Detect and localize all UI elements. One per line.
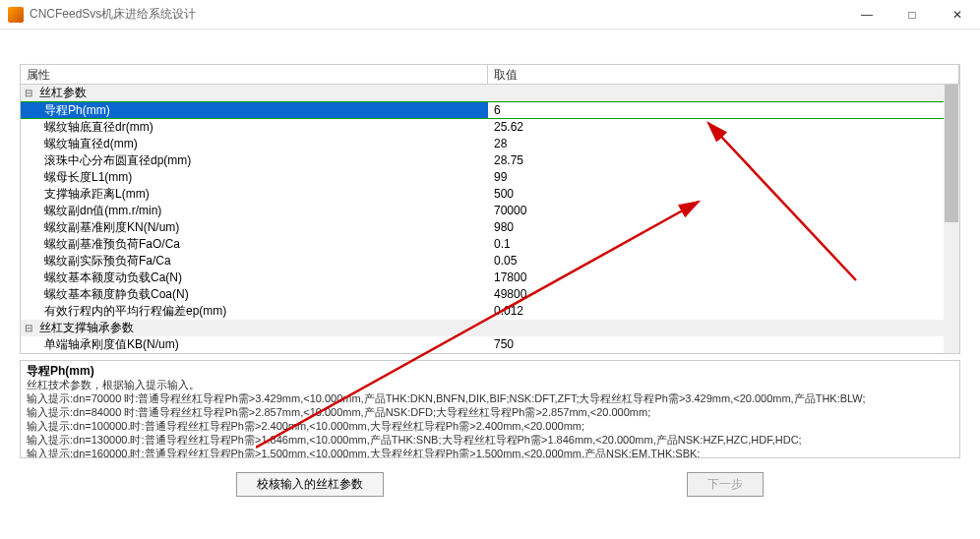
property-row[interactable]: 滚珠中心分布圆直径dp(mm)28.75: [21, 152, 959, 169]
help-line: 输入提示:dn=130000.时:普通导程丝杠导程Ph需>1.846mm,<10…: [27, 433, 953, 447]
grid-body: ⊟丝杠参数导程Ph(mm)6螺纹轴底直径dr(mm)25.62螺纹轴直径d(mm…: [21, 85, 959, 353]
property-name: 支撑轴承距离L(mm): [21, 186, 488, 203]
property-row[interactable]: 螺纹轴直径d(mm)28: [21, 136, 959, 152]
property-value[interactable]: 28.75: [488, 152, 959, 169]
property-row[interactable]: 螺母长度L1(mm)99: [21, 169, 959, 186]
property-row[interactable]: 导程Ph(mm)6: [21, 101, 959, 119]
close-button[interactable]: ✕: [935, 0, 980, 30]
property-value[interactable]: 49800: [488, 286, 959, 303]
next-button: 下一步: [687, 472, 764, 497]
property-value[interactable]: 750: [488, 336, 959, 353]
property-name: 导程Ph(mm): [21, 102, 488, 118]
property-name: 螺纹副基准预负荷FaO/Ca: [21, 236, 488, 253]
property-row[interactable]: 螺纹基本额度静负载Coa(N)49800: [21, 286, 959, 303]
help-line: 丝杠技术参数，根据输入提示输入。: [27, 378, 953, 391]
property-name: 单端轴承刚度值KB(N/um): [21, 336, 488, 353]
main-content: 属性 取值 ⊟丝杠参数导程Ph(mm)6螺纹轴底直径dr(mm)25.62螺纹轴…: [0, 30, 980, 507]
property-row[interactable]: 螺纹轴底直径dr(mm)25.62: [21, 119, 959, 136]
button-row: 校核输入的丝杠参数 下一步: [20, 472, 960, 497]
scrollbar-thumb[interactable]: [945, 85, 958, 222]
header-value: 取值: [488, 65, 959, 84]
category-value: [503, 320, 959, 336]
property-value[interactable]: 17800: [488, 270, 959, 286]
expand-toggle-icon[interactable]: ⊟: [21, 320, 35, 336]
help-line: 输入提示:dn=100000.时:普通导程丝杠导程Ph需>2.400mm,<10…: [27, 419, 953, 433]
help-line: 输入提示:dn=70000 时:普通导程丝杠导程Ph需>3.429mm,<10.…: [27, 391, 953, 405]
help-line: 输入提示:dn=160000.时:普通导程丝杠导程Ph需>1.500mm,<10…: [27, 447, 953, 458]
property-name: 滚珠中心分布圆直径dp(mm): [21, 152, 488, 169]
scrollbar[interactable]: [944, 85, 959, 353]
property-value[interactable]: 99: [488, 169, 959, 186]
property-row[interactable]: 单端轴承刚度值KB(N/um)750: [21, 336, 959, 353]
property-row[interactable]: 螺纹副基准预负荷FaO/Ca0.1: [21, 236, 959, 253]
category-row[interactable]: ⊟丝杠支撑轴承参数: [21, 320, 959, 336]
property-value[interactable]: 25.62: [488, 119, 959, 136]
property-value[interactable]: 0.05: [488, 253, 959, 270]
property-value[interactable]: 980: [488, 219, 959, 236]
property-name: 螺纹轴直径d(mm): [21, 136, 488, 152]
property-name: 螺纹副基准刚度KN(N/um): [21, 219, 488, 236]
verify-button[interactable]: 校核输入的丝杠参数: [236, 472, 384, 497]
property-row[interactable]: 螺纹副实际预负荷Fa/Ca0.05: [21, 253, 959, 270]
help-panel: 导程Ph(mm) 丝杠技术参数，根据输入提示输入。输入提示:dn=70000 时…: [20, 360, 960, 458]
property-name: 螺纹基本额度动负载Ca(N): [21, 270, 488, 286]
property-row[interactable]: 螺纹副dn值(mm.r/min)70000: [21, 203, 959, 219]
property-value[interactable]: 28: [488, 136, 959, 152]
category-label: 丝杠参数: [35, 85, 503, 101]
category-label: 丝杠支撑轴承参数: [35, 320, 503, 336]
property-row[interactable]: 螺纹副基准刚度KN(N/um)980: [21, 219, 959, 236]
category-row[interactable]: ⊟丝杠参数: [21, 85, 959, 101]
maximize-button[interactable]: □: [889, 0, 935, 30]
property-value[interactable]: 0.012: [488, 303, 959, 320]
property-grid: 属性 取值 ⊟丝杠参数导程Ph(mm)6螺纹轴底直径dr(mm)25.62螺纹轴…: [20, 64, 960, 354]
window-title: CNCFeedSvs机床进给系统设计: [30, 6, 196, 23]
property-value[interactable]: 0.1: [488, 236, 959, 253]
minimize-button[interactable]: —: [844, 0, 889, 30]
header-attribute: 属性: [21, 65, 488, 84]
titlebar: CNCFeedSvs机床进给系统设计 — □ ✕: [0, 0, 980, 30]
property-row[interactable]: 螺纹基本额度动负载Ca(N)17800: [21, 270, 959, 286]
app-icon: [8, 7, 24, 23]
property-row[interactable]: 支撑轴承距离L(mm)500: [21, 186, 959, 203]
property-value[interactable]: 6: [488, 102, 944, 118]
property-row[interactable]: 有效行程内的平均行程偏差ep(mm)0.012: [21, 303, 959, 320]
expand-toggle-icon[interactable]: ⊟: [21, 85, 35, 101]
property-value[interactable]: 70000: [488, 203, 959, 219]
category-value: [503, 85, 959, 101]
property-name: 螺纹副dn值(mm.r/min): [21, 203, 488, 219]
property-name: 有效行程内的平均行程偏差ep(mm): [21, 303, 488, 320]
property-name: 螺纹轴底直径dr(mm): [21, 119, 488, 136]
window-controls: — □ ✕: [844, 0, 980, 30]
property-name: 螺母长度L1(mm): [21, 169, 488, 186]
property-name: 螺纹副实际预负荷Fa/Ca: [21, 253, 488, 270]
property-value[interactable]: 500: [488, 186, 959, 203]
property-name: 螺纹基本额度静负载Coa(N): [21, 286, 488, 303]
grid-header: 属性 取值: [21, 65, 959, 85]
help-title: 导程Ph(mm): [27, 364, 953, 378]
help-line: 输入提示:dn=84000 时:普通导程丝杠导程Ph需>2.857mm,<10.…: [27, 405, 953, 419]
